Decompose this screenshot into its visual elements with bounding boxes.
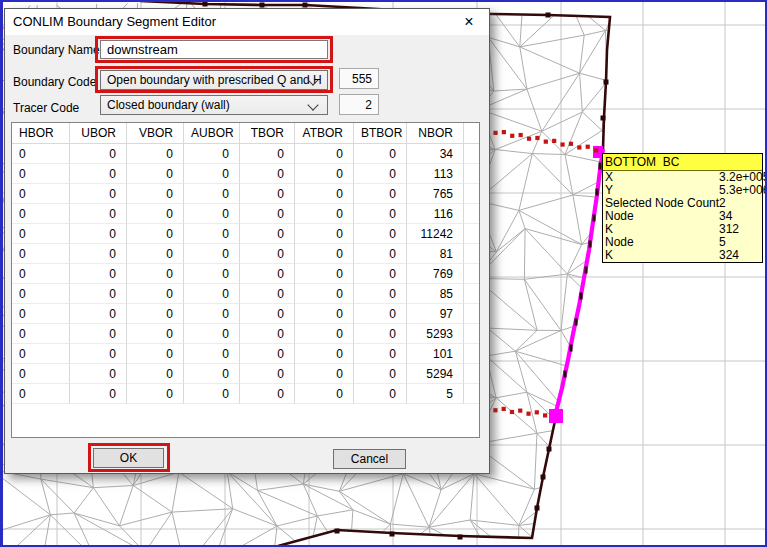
- table-cell: 11242: [407, 224, 464, 244]
- table-cell: 34: [407, 144, 464, 164]
- table-cell: 0: [295, 384, 354, 404]
- table-cell: 0: [354, 344, 407, 364]
- table-body: 0000000340000000113000000076500000001160…: [12, 144, 479, 404]
- table-row[interactable]: 00000005: [12, 384, 479, 404]
- boundary-name-input[interactable]: [100, 40, 328, 59]
- table-cell: 97: [407, 304, 464, 324]
- dialog-titlebar[interactable]: CONLIM Boundary Segment Editor ×: [5, 9, 489, 35]
- table-cell: 0: [354, 324, 407, 344]
- node-info-tooltip: BOTTOM BC X3.2e+005Y5.3e+006Selected Nod…: [602, 153, 763, 263]
- table-cell: 0: [70, 364, 127, 384]
- table-cell: 0: [12, 264, 70, 284]
- table-cell: 0: [127, 304, 184, 324]
- table-cell: 0: [295, 344, 354, 364]
- chevron-down-icon: [307, 99, 318, 110]
- table-cell: 0: [12, 244, 70, 264]
- table-cell: 0: [70, 224, 127, 244]
- table-row[interactable]: 0000000769: [12, 264, 479, 284]
- table-row[interactable]: 00000005293: [12, 324, 479, 344]
- table-cell: 0: [295, 184, 354, 204]
- table-cell: 0: [70, 344, 127, 364]
- tracer-code-selected-option: Closed boundary (wall): [107, 98, 230, 112]
- cancel-button[interactable]: Cancel: [333, 449, 406, 469]
- table-cell: 0: [184, 264, 240, 284]
- table-row[interactable]: 0000000101: [12, 344, 479, 364]
- table-cell: 0: [12, 364, 70, 384]
- table-cell: 0: [354, 244, 407, 264]
- table-cell: 0: [127, 224, 184, 244]
- table-row[interactable]: 000000085: [12, 284, 479, 304]
- table-cell: 0: [184, 204, 240, 224]
- table-cell: 0: [240, 144, 295, 164]
- tracer-code-select[interactable]: Closed boundary (wall): [100, 95, 328, 115]
- table-cell: 0: [240, 204, 295, 224]
- table-cell: 0: [12, 304, 70, 324]
- boundary-code-select[interactable]: Open boundary with prescribed Q and H: [100, 70, 328, 90]
- table-cell: 0: [240, 324, 295, 344]
- table-cell: 0: [12, 184, 70, 204]
- table-cell: 81: [407, 244, 464, 264]
- close-icon[interactable]: ×: [458, 12, 480, 32]
- table-cell: 0: [184, 364, 240, 384]
- table-cell: 0: [354, 224, 407, 244]
- table-cell: 0: [240, 384, 295, 404]
- table-row[interactable]: 0000000765: [12, 184, 479, 204]
- table-cell: 0: [295, 224, 354, 244]
- table-cell: 765: [407, 184, 464, 204]
- table-cell: 0: [127, 204, 184, 224]
- table-cell: 0: [240, 164, 295, 184]
- table-cell: 0: [240, 364, 295, 384]
- table-row[interactable]: 000000097: [12, 304, 479, 324]
- boundary-code-value-box[interactable]: 555: [339, 68, 379, 89]
- table-row[interactable]: 0000000113: [12, 164, 479, 184]
- table-cell: 0: [12, 144, 70, 164]
- table-cell: 5294: [407, 364, 464, 384]
- column-header-ubor: UBOR: [70, 123, 127, 144]
- table-cell: 0: [70, 204, 127, 224]
- tracer-code-value-box[interactable]: 2: [339, 94, 379, 115]
- table-cell: 0: [12, 344, 70, 364]
- table-row[interactable]: 00000005294: [12, 364, 479, 384]
- tooltip-rows: X3.2e+005Y5.3e+006Selected Node Count2No…: [603, 171, 762, 262]
- table-cell: 0: [295, 164, 354, 184]
- table-cell: 0: [240, 304, 295, 324]
- table-cell: 113: [407, 164, 464, 184]
- table-cell: 0: [295, 204, 354, 224]
- column-header-tbor: TBOR: [240, 123, 295, 144]
- table-cell: 0: [295, 244, 354, 264]
- table-cell: 0: [127, 324, 184, 344]
- table-cell: 0: [295, 304, 354, 324]
- table-cell: 0: [295, 264, 354, 284]
- table-cell: 0: [354, 284, 407, 304]
- table-cell: 0: [184, 344, 240, 364]
- table-cell: 0: [70, 284, 127, 304]
- table-cell: 0: [295, 144, 354, 164]
- table-cell: 116: [407, 204, 464, 224]
- table-cell: 0: [354, 364, 407, 384]
- table-cell: 0: [240, 184, 295, 204]
- boundary-code-label: Boundary Code: [13, 75, 96, 89]
- column-header-aubor: AUBOR: [184, 123, 240, 144]
- table-cell: 0: [127, 144, 184, 164]
- table-cell: 0: [12, 384, 70, 404]
- table-cell: 5293: [407, 324, 464, 344]
- table-row[interactable]: 000000081: [12, 244, 479, 264]
- table-cell: 0: [127, 344, 184, 364]
- table-row[interactable]: 000000034: [12, 144, 479, 164]
- table-cell: 0: [184, 164, 240, 184]
- table-cell: 0: [354, 304, 407, 324]
- table-cell: 0: [127, 164, 184, 184]
- table-cell: 0: [354, 384, 407, 404]
- tooltip-row: K324: [603, 249, 762, 262]
- table-cell: 0: [70, 324, 127, 344]
- ok-button[interactable]: OK: [93, 448, 164, 468]
- boundary-values-table[interactable]: HBORUBORVBORAUBORTBORATBORBTBORNBOR 0000…: [11, 122, 480, 438]
- table-cell: 0: [12, 164, 70, 184]
- table-header: HBORUBORVBORAUBORTBORATBORBTBORNBOR: [12, 123, 479, 144]
- table-row[interactable]: 000000011242: [12, 224, 479, 244]
- table-cell: 0: [240, 224, 295, 244]
- boundary-end-handle[interactable]: [549, 409, 563, 423]
- table-cell: 0: [295, 364, 354, 384]
- table-row[interactable]: 0000000116: [12, 204, 479, 224]
- table-cell: 0: [184, 244, 240, 264]
